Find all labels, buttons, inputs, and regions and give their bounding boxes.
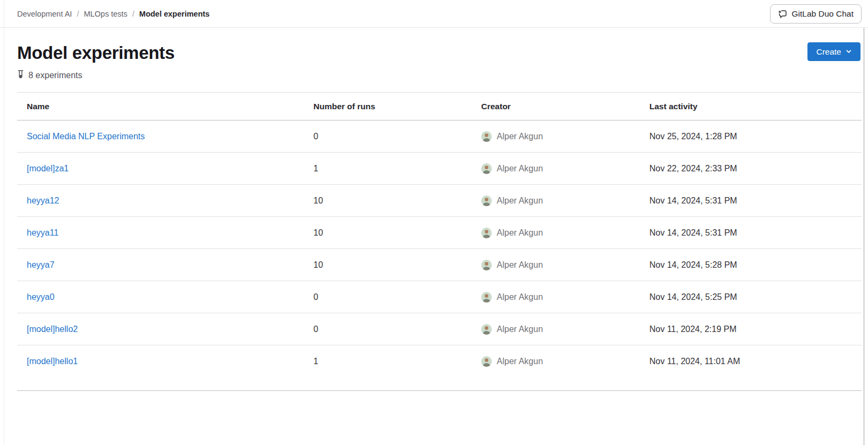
creator-name: Alper Akgun [497, 132, 543, 141]
creator-cell: Alper Akgun [481, 292, 649, 303]
create-button[interactable]: Create [807, 42, 860, 61]
main-content: Model experiments Create 8 experiments [0, 28, 864, 391]
creator-name: Alper Akgun [497, 357, 543, 366]
last-activity-cell: Nov 11, 2024, 11:01 AM [649, 357, 862, 366]
last-activity-cell: Nov 11, 2024, 2:19 PM [649, 325, 862, 334]
experiment-name-cell: [model]hello1 [27, 357, 313, 366]
avatar [481, 324, 492, 335]
creator-cell: Alper Akgun [481, 131, 649, 142]
avatar [481, 292, 492, 303]
last-activity-cell: Nov 14, 2024, 5:31 PM [649, 228, 862, 238]
topbar: Development AI / MLOps tests / Model exp… [0, 0, 868, 28]
table-row: [model]za1 1 Alper Akgun Nov 22, 2024, 2… [17, 153, 862, 185]
last-activity-cell: Nov 22, 2024, 2:33 PM [649, 164, 862, 174]
experiments-meta: 8 experiments [17, 70, 864, 81]
last-activity-cell: Nov 14, 2024, 5:28 PM [649, 260, 862, 270]
experiments-table: Name Number of runs Creator Last activit… [17, 92, 862, 391]
table-bottom-divider [17, 378, 862, 391]
avatar [481, 131, 492, 142]
avatar [481, 195, 492, 206]
test-tube-icon [17, 70, 24, 82]
table-row: heyya7 10 Alper Akgun Nov 14, 2024, 5:28… [17, 249, 862, 281]
table-row: [model]hello2 0 Alper Akgun Nov 11, 2024… [17, 313, 862, 345]
experiment-name-cell: heyya0 [27, 292, 313, 302]
column-header-last-activity: Last activity [649, 102, 862, 111]
experiment-link[interactable]: [model]hello2 [27, 325, 78, 334]
runs-cell: 1 [313, 164, 481, 174]
breadcrumb-current-page: Model experiments [139, 10, 209, 18]
runs-cell: 0 [313, 325, 481, 334]
creator-name: Alper Akgun [497, 292, 543, 302]
creator-name: Alper Akgun [497, 325, 543, 334]
experiment-name-cell: [model]hello2 [27, 325, 313, 334]
creator-name: Alper Akgun [497, 228, 543, 238]
table-row: heyya11 10 Alper Akgun Nov 14, 2024, 5:3… [17, 217, 862, 249]
table-body: Social Media NLP Experiments 0 Alper Akg… [17, 120, 862, 378]
experiments-count: 8 experiments [28, 71, 83, 80]
breadcrumb-project-link[interactable]: MLOps tests [84, 10, 127, 18]
creator-name: Alper Akgun [497, 164, 543, 174]
experiment-link[interactable]: heyya12 [27, 196, 59, 205]
runs-cell: 0 [313, 132, 481, 141]
creator-name: Alper Akgun [497, 260, 543, 270]
experiment-link[interactable]: [model]za1 [27, 164, 69, 173]
table-header: Name Number of runs Creator Last activit… [17, 92, 862, 120]
runs-cell: 10 [313, 260, 481, 270]
experiment-link[interactable]: heyya0 [27, 292, 55, 301]
duo-chat-label: GitLab Duo Chat [792, 9, 854, 19]
experiment-name-cell: heyya12 [27, 196, 313, 206]
create-button-label: Create [816, 47, 841, 57]
runs-cell: 10 [313, 228, 481, 238]
column-header-creator: Creator [481, 102, 649, 111]
gitlab-duo-chat-button[interactable]: GitLab Duo Chat [770, 4, 862, 24]
last-activity-cell: Nov 14, 2024, 5:25 PM [649, 292, 862, 302]
experiment-link[interactable]: heyya7 [27, 260, 55, 269]
window-right-edge [864, 28, 864, 445]
experiment-name-cell: heyya7 [27, 260, 313, 270]
creator-cell: Alper Akgun [481, 324, 649, 335]
creator-cell: Alper Akgun [481, 260, 649, 270]
column-header-runs: Number of runs [313, 102, 481, 111]
breadcrumb: Development AI / MLOps tests / Model exp… [17, 10, 209, 18]
breadcrumb-separator: / [77, 10, 79, 18]
creator-cell: Alper Akgun [481, 356, 649, 367]
creator-cell: Alper Akgun [481, 195, 649, 206]
last-activity-cell: Nov 25, 2024, 1:28 PM [649, 132, 862, 141]
experiment-link[interactable]: heyya11 [27, 228, 58, 237]
table-row: heyya0 0 Alper Akgun Nov 14, 2024, 5:25 … [17, 281, 862, 313]
experiment-link[interactable]: Social Media NLP Experiments [27, 132, 145, 141]
last-activity-cell: Nov 14, 2024, 5:31 PM [649, 196, 862, 206]
table-row: [model]hello1 1 Alper Akgun Nov 11, 2024… [17, 345, 862, 378]
creator-cell: Alper Akgun [481, 163, 649, 174]
breadcrumb-group-link[interactable]: Development AI [17, 10, 72, 18]
avatar [481, 228, 492, 238]
creator-name: Alper Akgun [497, 196, 543, 206]
table-row: heyya12 10 Alper Akgun Nov 14, 2024, 5:3… [17, 185, 862, 217]
creator-cell: Alper Akgun [481, 228, 649, 238]
runs-cell: 0 [313, 292, 481, 302]
experiment-link[interactable]: [model]hello1 [27, 357, 78, 366]
model-experiments-page: Development AI / MLOps tests / Model exp… [0, 0, 868, 445]
experiment-name-cell: Social Media NLP Experiments [27, 132, 313, 141]
experiment-name-cell: heyya11 [27, 228, 313, 238]
avatar [481, 356, 492, 367]
runs-cell: 10 [313, 196, 481, 206]
avatar [481, 163, 492, 174]
chevron-down-icon [845, 47, 852, 57]
duo-chat-icon [778, 9, 788, 19]
title-row: Model experiments Create [17, 28, 864, 63]
avatar [481, 260, 492, 270]
breadcrumb-separator: / [132, 10, 134, 18]
table-row: Social Media NLP Experiments 0 Alper Akg… [17, 120, 862, 153]
experiment-name-cell: [model]za1 [27, 164, 313, 174]
runs-cell: 1 [313, 357, 481, 366]
column-header-name: Name [27, 102, 313, 111]
page-title: Model experiments [17, 43, 864, 63]
